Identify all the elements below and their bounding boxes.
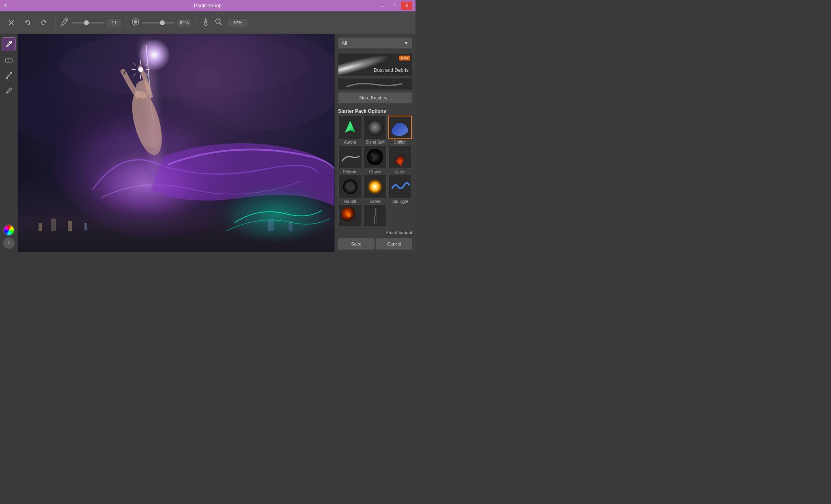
color-wheel[interactable] (3, 224, 15, 236)
app-title: ParticleShop (194, 3, 222, 9)
dropdown-arrow-icon: ▼ (404, 40, 409, 46)
svg-point-43 (373, 159, 375, 161)
svg-line-35 (145, 63, 148, 66)
brush-thumb-rabbit (338, 175, 362, 198)
svg-rect-27 (268, 219, 274, 231)
opacity-value: 82% (177, 18, 192, 27)
brush-label-grainy: Grainy (369, 170, 381, 174)
brush-thumb-strands (363, 205, 387, 226)
brush-thumb-delicate (338, 145, 362, 169)
help-button[interactable]: ? (3, 237, 15, 249)
eyedropper-tool-button[interactable] (2, 84, 16, 97)
svg-point-46 (346, 183, 354, 191)
brush-thumb-blend-soft (363, 116, 387, 139)
brush-item-chiffon[interactable]: Chiffon (388, 116, 412, 144)
brush-item-blend-soft[interactable]: Blend Soft (363, 116, 388, 144)
svg-rect-23 (39, 223, 42, 231)
brush-item-sabre[interactable]: Sabre (363, 175, 388, 204)
left-toolbar: ? (0, 34, 18, 252)
toolbar-separator-3 (196, 16, 197, 29)
brush-thumb-ignite (388, 145, 412, 169)
undo-button[interactable] (21, 16, 34, 29)
svg-point-49 (347, 213, 351, 217)
brush-name-overlay: Dust and Debris (374, 67, 409, 73)
cancel-button[interactable]: Cancel (376, 238, 413, 250)
dropdown-value: All (342, 40, 347, 46)
brush-label-squiggle: Squiggle (392, 199, 408, 204)
brush-label-rabbit: Rabbit (344, 199, 356, 204)
brush-item-aurora[interactable]: Aurora (338, 116, 362, 144)
brush-preview-secondary[interactable] (338, 78, 412, 90)
starter-pack-title: Starter Pack Options (335, 105, 416, 116)
brush-item-delicate[interactable]: Delicate (338, 145, 362, 174)
brush-variant-label: Brush Variant (338, 228, 412, 237)
brush-thumb-grainy (363, 145, 387, 169)
svg-point-39 (366, 118, 384, 136)
panel-bottom: Brush Variant Save Cancel (335, 226, 416, 252)
svg-point-8 (216, 19, 220, 23)
brush-item-strands[interactable]: Strands (363, 205, 388, 226)
brush-item-ignite[interactable]: Ignite (388, 145, 412, 174)
svg-rect-28 (288, 221, 293, 231)
brush-label-chiffon: Chiffon (394, 140, 407, 144)
brush-label-ignite: Ignite (395, 170, 405, 174)
brush-item-grainy[interactable]: Grainy (363, 145, 388, 174)
svg-line-9 (220, 23, 222, 25)
main-area: ? (0, 34, 416, 252)
more-brushes-button[interactable]: More Brushes... (338, 92, 412, 103)
right-panel: All ▼ New Dust and Debris More Brushes..… (334, 34, 416, 252)
panel-action-buttons: Save Cancel (338, 238, 412, 250)
brush-item-rabbit[interactable]: Rabbit (338, 175, 362, 204)
brush-label-delicate: Delicate (343, 170, 357, 174)
brush-item-squiggle[interactable]: Squiggle (388, 175, 412, 204)
minimize-button[interactable]: – (377, 2, 388, 10)
paint-opacity-icon (202, 17, 210, 28)
opacity-slider[interactable] (142, 22, 174, 24)
pen-tool-button[interactable] (2, 68, 16, 82)
brush-label-sabre: Sabre (370, 199, 381, 204)
canvas-area[interactable] (18, 34, 334, 252)
brush-tool-button[interactable] (2, 37, 16, 51)
brush-size-icon (60, 17, 69, 28)
close-button[interactable]: ✕ (401, 2, 412, 10)
brush-thumb-starbirth (338, 205, 362, 226)
svg-line-34 (133, 63, 136, 66)
svg-line-36 (133, 73, 136, 76)
opacity-group: 82% (131, 18, 192, 27)
zoom-value: 67% (228, 18, 248, 27)
svg-point-7 (205, 20, 207, 23)
brush-size-slider[interactable] (72, 22, 104, 24)
save-button[interactable]: Save (338, 238, 375, 250)
app-icon: ★ (3, 2, 10, 9)
svg-point-44 (378, 159, 379, 159)
main-toolbar: 11 82% 67% (0, 11, 416, 34)
toolbar-separator-2 (126, 16, 127, 29)
cancel-apply-button[interactable] (5, 16, 18, 29)
canvas-image (18, 34, 334, 252)
brush-thumb-aurora (338, 116, 362, 139)
brush-thumb-squiggle (388, 175, 412, 198)
brush-item-starbirth[interactable]: Starbirth (338, 205, 362, 226)
search-button[interactable] (213, 17, 224, 28)
opacity-icon (131, 18, 140, 27)
maximize-button[interactable]: □ (389, 2, 400, 10)
svg-point-47 (366, 178, 384, 196)
svg-point-40 (367, 149, 383, 165)
brush-label-aurora: Aurora (344, 140, 356, 144)
window-controls: – □ ✕ (377, 2, 412, 10)
svg-point-41 (371, 153, 373, 155)
category-dropdown[interactable]: All ▼ (338, 37, 412, 49)
svg-marker-38 (345, 121, 355, 133)
title-bar: ★ ParticleShop – □ ✕ (0, 0, 416, 11)
svg-point-29 (138, 67, 143, 72)
brush-thumb-sabre (363, 175, 387, 198)
brush-size-value: 11 (107, 18, 121, 27)
brush-preview-area[interactable]: New Dust and Debris (338, 54, 412, 76)
toolbar-separator-1 (55, 16, 56, 29)
redo-button[interactable] (37, 16, 50, 29)
svg-point-6 (134, 20, 137, 24)
brush-thumb-chiffon (388, 116, 412, 139)
eraser-tool-button[interactable] (2, 53, 16, 67)
svg-rect-26 (84, 223, 87, 230)
brush-size-group: 11 (60, 17, 121, 28)
